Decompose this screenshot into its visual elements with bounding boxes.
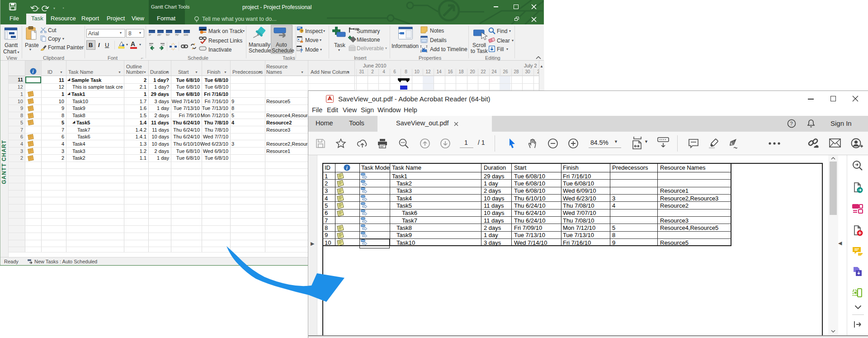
svg-text:?: ? <box>301 29 303 33</box>
svg-text:▾: ▾ <box>38 6 39 10</box>
svg-text:?: ? <box>790 121 793 126</box>
svg-text:?: ? <box>300 48 303 52</box>
svg-text:▪: ▪ <box>63 6 64 10</box>
svg-text:▾: ▾ <box>53 6 55 10</box>
svg-text:i: i <box>33 69 34 74</box>
